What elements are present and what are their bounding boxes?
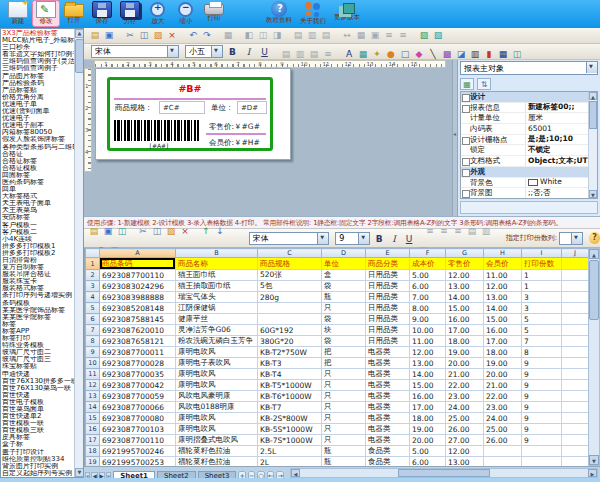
- cell[interactable]: 17.00: [410, 402, 446, 413]
- table-bold-button[interactable]: B: [373, 232, 385, 245]
- font-select[interactable]: 宋体: [91, 45, 179, 58]
- cell[interactable]: 9: [522, 402, 562, 413]
- table-new-icon[interactable]: ▤: [88, 225, 100, 238]
- cell[interactable]: KB-T7: [258, 402, 322, 413]
- scroll-up-icon[interactable]: ▲: [589, 249, 599, 259]
- save-button[interactable]: 保存: [88, 0, 116, 27]
- scroll-left-icon[interactable]: ◀: [291, 469, 300, 477]
- row-number[interactable]: 1: [86, 258, 100, 270]
- cell[interactable]: 电器类: [366, 347, 410, 358]
- cell[interactable]: 5包: [258, 281, 322, 292]
- cell[interactable]: 2.5L: [258, 446, 322, 457]
- table-delete-icon[interactable]: ×: [179, 225, 191, 238]
- cell[interactable]: 9: [522, 380, 562, 391]
- cell[interactable]: [258, 314, 322, 325]
- retail-price-field[interactable]: 零售价:￥#G#: [209, 122, 260, 132]
- cell[interactable]: KB-7S*1000W: [258, 435, 322, 446]
- cell[interactable]: 只: [322, 402, 366, 413]
- cell[interactable]: 7.00: [410, 292, 446, 303]
- cell[interactable]: 15.00: [410, 380, 446, 391]
- cell[interactable]: 9.00: [410, 314, 446, 325]
- cell[interactable]: 灵净洁芳争G06: [176, 325, 258, 336]
- chevron-down-icon[interactable]: [211, 46, 222, 57]
- cell[interactable]: [522, 446, 562, 457]
- template-list-item[interactable]: 百世快递: [2, 392, 74, 399]
- cell[interactable]: 25.00: [446, 413, 484, 424]
- template-list-item[interactable]: 特殊业务模板: [2, 342, 74, 349]
- cell[interactable]: 块: [322, 325, 366, 336]
- 计量单位[interactable]: 计量单位 厘米: [461, 113, 597, 124]
- template-list-item[interactable]: 盖子打印设计: [2, 449, 74, 456]
- row-number[interactable]: 16: [86, 424, 100, 435]
- template-list-item[interactable]: 百世模板一联: [2, 420, 74, 427]
- template-list-item[interactable]: 百世模板三联: [2, 427, 74, 434]
- bring-front-icon[interactable]: ▧: [418, 29, 430, 42]
- cell[interactable]: 27.00: [446, 435, 484, 446]
- cell-align-center-icon[interactable]: ≡: [438, 225, 450, 238]
- column-header[interactable]: J: [562, 249, 589, 258]
- cell[interactable]: [562, 314, 589, 325]
- table-save-icon[interactable]: ▣: [102, 225, 114, 238]
- cell[interactable]: 18.00: [446, 336, 484, 347]
- template-list-item[interactable]: 天王表菜鸟: [2, 207, 74, 214]
- cell[interactable]: 6923083988888: [100, 292, 176, 303]
- 设计[interactable]: − 设计: [461, 92, 597, 103]
- cell[interactable]: 10.00: [410, 325, 446, 336]
- cell[interactable]: 26.00: [446, 424, 484, 435]
- space-across-icon[interactable]: ≡: [383, 29, 395, 42]
- table-copy-icon[interactable]: ◫: [151, 225, 163, 238]
- object-selector[interactable]: 报表主对象: [460, 61, 598, 75]
- header-cell[interactable]: 零售价: [446, 258, 484, 270]
- template-list-item[interactable]: 某某医学院标签: [2, 314, 74, 321]
- cell[interactable]: 康明摺叠式电吹风: [176, 435, 258, 446]
- sort-alphabetical-icon[interactable]: ⇅: [477, 78, 491, 90]
- cell[interactable]: 3: [522, 292, 562, 303]
- row-number[interactable]: 4: [86, 292, 100, 303]
- cell[interactable]: [522, 457, 562, 467]
- cell[interactable]: [562, 270, 589, 281]
- delete-icon[interactable]: ×: [166, 29, 178, 42]
- cell[interactable]: KB-T4: [258, 369, 322, 380]
- cell[interactable]: 23.00: [484, 402, 522, 413]
- cell[interactable]: 5: [522, 314, 562, 325]
- redo-icon[interactable]: ↷: [201, 29, 213, 42]
- label-page[interactable]: #B# 商品规格： #C# 单位： #D# [#A#] 零售价:￥#G# 会员价…: [95, 68, 291, 160]
- print-copies-column-select[interactable]: [559, 232, 583, 245]
- align-left-icon[interactable]: ◧: [243, 29, 255, 42]
- row-number[interactable]: 12: [86, 380, 100, 391]
- scrollbar-thumb[interactable]: [589, 260, 599, 320]
- delete-row-icon[interactable]: ↓: [214, 225, 226, 238]
- cell[interactable]: 7: [522, 336, 562, 347]
- template-list-item[interactable]: 日清排骨粉: [2, 257, 74, 264]
- cell[interactable]: [562, 457, 589, 467]
- cell[interactable]: 福轮菜籽色拉油: [176, 446, 258, 457]
- template-list-item[interactable]: 3X3产品检验标签: [2, 30, 74, 37]
- expand-icon[interactable]: +: [461, 103, 470, 113]
- cell[interactable]: [484, 446, 522, 457]
- template-list-item[interactable]: 合格证: [2, 151, 74, 158]
- sidebar-scrollbar[interactable]: ▲ ▼: [74, 29, 83, 477]
- cell[interactable]: 猫王抽取面巾纸: [176, 281, 258, 292]
- cell[interactable]: 6923085208148: [100, 303, 176, 314]
- header-cell[interactable]: 打印份数: [522, 258, 562, 270]
- template-list-item[interactable]: 自定义起始序列号实例: [2, 470, 74, 476]
- cell[interactable]: 只: [322, 435, 366, 446]
- cell[interactable]: 电器类: [366, 402, 410, 413]
- cell[interactable]: 12.00: [410, 347, 446, 358]
- cell[interactable]: KB-T6*1000W: [258, 391, 322, 402]
- template-list-item[interactable]: 客户模板一: [2, 222, 74, 229]
- cell[interactable]: 日用品类: [366, 270, 410, 281]
- cell[interactable]: 电器类: [366, 435, 410, 446]
- cell[interactable]: 22.00: [484, 391, 522, 402]
- template-list-item[interactable]: 皮具标签: [2, 434, 74, 441]
- cell[interactable]: 6923087700042: [100, 380, 176, 391]
- cell[interactable]: 6923087700080: [100, 413, 176, 424]
- spec-label[interactable]: 商品规格：: [115, 103, 153, 113]
- cell[interactable]: 风吹电0188明康: [176, 402, 258, 413]
- insert-row-icon[interactable]: ↑: [200, 225, 212, 238]
- cell[interactable]: 只: [322, 391, 366, 402]
- 文档格式[interactable]: + 文档格式 Object;文本;UTF: [461, 156, 597, 167]
- cell[interactable]: 健康芋丝: [176, 314, 258, 325]
- cell[interactable]: [562, 391, 589, 402]
- cell-align-top-icon[interactable]: ▤: [466, 225, 478, 238]
